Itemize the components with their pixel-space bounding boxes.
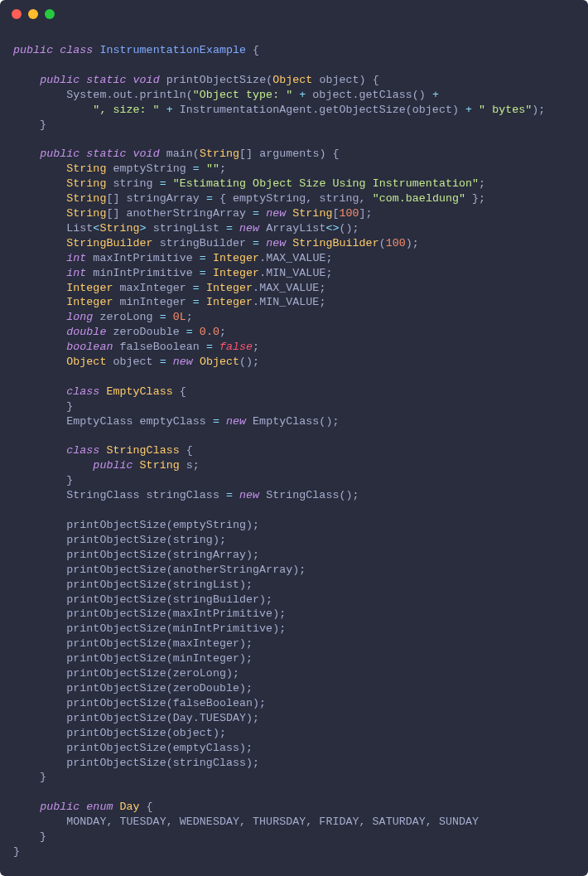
code-token: String: [99, 222, 139, 235]
code-token: stringBuilder: [153, 237, 253, 249]
code-token: }: [13, 474, 73, 486]
code-token: EmptyClass: [106, 385, 172, 398]
code-token: EmptyClass();: [246, 415, 339, 428]
code-token: String: [66, 207, 106, 220]
code-token: =: [193, 162, 200, 175]
code-token: }: [13, 119, 46, 131]
code-token: Integer: [66, 282, 113, 294]
code-line: Integer maxInteger = Integer.MAX_VALUE;: [13, 281, 575, 296]
code-token: static: [86, 148, 126, 160]
code-line: class StringClass {: [13, 443, 575, 458]
code-token: new: [239, 489, 259, 501]
code-token: printObjectSize(zeroDouble);: [13, 682, 253, 695]
code-token: main(: [160, 148, 200, 160]
code-token: [] stringArray: [106, 192, 205, 205]
code-token: [233, 489, 239, 501]
code-token: [193, 326, 200, 338]
code-line: String string = "Estimating Object Size …: [13, 177, 575, 191]
window-zoom-icon[interactable]: [45, 9, 55, 19]
code-token: Object: [200, 356, 239, 368]
code-token: String: [292, 207, 332, 220]
code-token: object: [106, 356, 159, 368]
code-token: [213, 341, 219, 353]
code-line: }: [13, 473, 575, 488]
code-token: new: [239, 222, 259, 235]
code-token: [219, 415, 226, 428]
code-token: [160, 104, 166, 116]
code-token: +: [465, 104, 472, 116]
code-token: System.out.println(: [13, 89, 193, 101]
code-token: {: [246, 44, 259, 56]
code-token: printObjectSize(object);: [13, 727, 226, 739]
code-token: [127, 74, 133, 86]
code-token: maxInteger: [113, 282, 192, 294]
code-token: int: [66, 267, 86, 279]
code-token: [259, 237, 266, 249]
code-token: class: [66, 385, 99, 398]
code-token: StringClass: [106, 444, 179, 457]
code-token: public: [40, 148, 80, 160]
code-token: [] anotherStringArray: [106, 207, 253, 220]
code-line: double zeroDouble = 0.0;: [13, 325, 575, 340]
code-token: Object: [66, 356, 106, 368]
code-token: "Estimating Object Size Using Instrument…: [173, 177, 479, 190]
code-line: public enum Day {: [13, 800, 575, 815]
code-token: StringBuilder: [292, 237, 378, 249]
code-token: [13, 192, 66, 205]
code-token: [13, 311, 66, 323]
code-token: ArrayList: [259, 222, 325, 235]
code-token: =: [160, 356, 166, 368]
code-token: [200, 282, 206, 294]
code-token: public: [40, 801, 80, 813]
code-token: printObjectSize(stringList);: [13, 578, 253, 591]
code-line: Object object = new Object();: [13, 355, 575, 370]
code-token: =: [226, 489, 233, 501]
window-close-icon[interactable]: [12, 9, 22, 19]
code-token: [206, 252, 213, 264]
code-line: printObjectSize(zeroLong);: [13, 666, 575, 681]
code-token: }: [13, 845, 20, 858]
code-line: printObjectSize(emptyString);: [13, 518, 575, 533]
window-minimize-icon[interactable]: [28, 9, 38, 19]
code-token: =: [253, 237, 259, 249]
code-token: boolean: [66, 341, 113, 353]
code-token: [13, 74, 40, 86]
code-token: =: [200, 267, 206, 279]
code-token: =: [160, 177, 166, 190]
code-token: [472, 104, 479, 116]
code-token: "": [206, 162, 219, 175]
code-line: printObjectSize(stringArray);: [13, 548, 575, 563]
code-token: [13, 267, 66, 279]
code-line: [13, 370, 575, 385]
code-token: };: [465, 192, 485, 205]
code-token: "com.baeldung": [373, 192, 465, 205]
code-line: printObjectSize(anotherStringArray);: [13, 563, 575, 578]
code-token: public: [40, 74, 80, 86]
code-line: printObjectSize(stringClass);: [13, 756, 575, 771]
code-token: List: [13, 222, 93, 235]
code-line: public static void main(String[] argumen…: [13, 147, 575, 162]
code-token: String: [66, 192, 106, 205]
code-token: new: [266, 207, 286, 220]
code-token: String: [140, 459, 180, 472]
code-line: EmptyClass emptyClass = new EmptyClass()…: [13, 414, 575, 429]
code-line: printObjectSize(minIntPrimitive);: [13, 622, 575, 636]
code-line: public class InstrumentationExample {: [13, 43, 575, 58]
code-token: ();: [339, 222, 359, 235]
code-token: [13, 385, 66, 398]
code-line: [13, 429, 575, 444]
window-titlebar: [0, 0, 588, 28]
code-token: printObjectSize(falseBoolean);: [13, 697, 266, 709]
code-token: void: [133, 148, 160, 160]
code-token: int: [66, 252, 86, 264]
code-line: MONDAY, TUESDAY, WEDNESDAY, THURSDAY, FR…: [13, 815, 575, 830]
code-line: long zeroLong = 0L;: [13, 310, 575, 325]
code-token: [193, 356, 200, 368]
code-line: int minIntPrimitive = Integer.MIN_VALUE;: [13, 266, 575, 281]
code-line: boolean falseBoolean = false;: [13, 340, 575, 355]
code-token: printObjectSize(emptyString);: [13, 519, 259, 531]
code-token: [127, 148, 133, 160]
code-token: ;: [219, 162, 226, 175]
code-token: [13, 237, 66, 249]
code-token: [13, 356, 66, 368]
